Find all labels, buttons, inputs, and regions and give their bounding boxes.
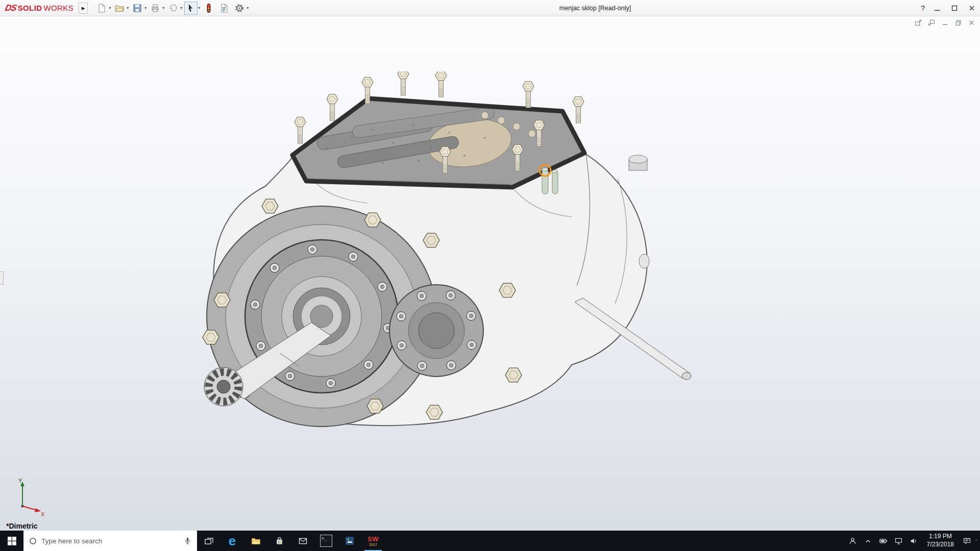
options-caret[interactable]: ▾ (247, 6, 249, 10)
people-button[interactable] (846, 531, 860, 551)
taskbar: e >_ SW 2017 (0, 531, 980, 551)
document-title: menjac sklop [Read-only] (559, 5, 631, 12)
edge-icon: e (229, 534, 236, 547)
hidden-icons-button[interactable] (862, 531, 875, 551)
task-view-button[interactable] (197, 531, 220, 551)
open-button[interactable] (113, 2, 126, 15)
new-document-caret[interactable]: ▾ (109, 6, 111, 10)
undo-button[interactable] (166, 2, 180, 15)
doc-minimize-icon (942, 19, 948, 26)
titlebar: DS SOLIDWORKS ▶ ▾ ▾ ▾ (0, 0, 980, 16)
solidworks-window: DS SOLIDWORKS ▶ ▾ ▾ ▾ (0, 0, 980, 551)
doc-close-button[interactable] (967, 18, 976, 27)
save-icon (132, 3, 142, 13)
select-arrow-icon (186, 3, 196, 13)
microphone-icon[interactable] (183, 537, 192, 545)
battery-button[interactable] (877, 531, 890, 551)
menu-expand-button[interactable]: ▶ (79, 3, 88, 14)
start-button[interactable] (0, 531, 23, 551)
minimize-icon (934, 5, 941, 12)
search-ring-icon (29, 537, 37, 545)
maximize-button[interactable] (949, 3, 960, 13)
taskbar-clock[interactable]: 1:19 PM 7/23/2018 (923, 533, 958, 548)
select-caret[interactable]: ▾ (198, 6, 200, 10)
file-properties-icon (219, 3, 229, 13)
graphics-viewport[interactable]: Y X *Dimetric (0, 16, 980, 531)
action-center-button[interactable] (960, 531, 973, 551)
open-caret[interactable]: ▾ (127, 6, 129, 10)
doc-window-icon-a (915, 19, 922, 26)
task-view-icon (204, 537, 214, 545)
undo-icon (168, 3, 178, 13)
photos-icon (345, 536, 355, 546)
print-button[interactable] (149, 2, 162, 15)
undo-caret[interactable]: ▾ (180, 6, 182, 10)
network-icon (894, 537, 903, 545)
solidworks-2017-icon: SW 2017 (368, 536, 379, 546)
people-icon (848, 537, 857, 545)
show-desktop-button[interactable] (975, 540, 978, 542)
rebuild-button[interactable] (202, 2, 215, 15)
battery-icon (879, 537, 888, 545)
file-properties-button[interactable] (217, 2, 231, 15)
file-explorer-button[interactable] (244, 531, 267, 551)
system-tray: 1:19 PM 7/23/2018 (846, 531, 980, 551)
doc-window-button-b[interactable] (927, 18, 936, 27)
print-caret[interactable]: ▾ (162, 6, 164, 10)
save-button[interactable] (131, 2, 144, 15)
close-icon (968, 5, 975, 12)
secondary-cover[interactable] (389, 285, 483, 377)
store-button[interactable] (267, 531, 291, 551)
feature-manager-collapsed-tab[interactable] (0, 271, 4, 285)
network-button[interactable] (892, 531, 905, 551)
taskbar-search[interactable] (23, 531, 197, 551)
doc-restore-button[interactable] (953, 18, 963, 27)
options-button[interactable] (233, 2, 246, 15)
file-explorer-icon (251, 536, 261, 545)
close-button[interactable] (967, 3, 977, 13)
triad-x-label: X (41, 511, 45, 517)
gearbox-model[interactable] (199, 71, 694, 429)
help-button[interactable]: ? (921, 4, 925, 12)
mail-button[interactable] (291, 531, 314, 551)
doc-minimize-button[interactable] (940, 18, 949, 27)
mail-icon (298, 537, 308, 545)
maximize-icon (951, 5, 958, 12)
logo-text-works: WORKS (43, 4, 74, 12)
options-gear-icon (234, 3, 244, 13)
hidden-icons-chevron-icon (864, 537, 872, 545)
solidworks-logo: DS SOLIDWORKS (5, 3, 74, 13)
doc-restore-icon (955, 19, 962, 26)
command-prompt-icon: >_ (320, 535, 332, 547)
ds-logo-mark: DS (4, 3, 17, 13)
logo-text-solid: SOLID (18, 4, 42, 12)
photos-button[interactable] (338, 531, 361, 551)
open-icon (114, 3, 125, 13)
minimize-button[interactable] (932, 3, 942, 13)
start-icon (8, 537, 16, 545)
triad-y-label: Y (18, 478, 22, 484)
doc-window-icon-b (928, 19, 935, 26)
edge-button[interactable]: e (220, 531, 244, 551)
store-icon (275, 536, 284, 546)
save-caret[interactable]: ▾ (144, 6, 146, 10)
new-document-icon (96, 3, 107, 13)
volume-button[interactable] (908, 531, 921, 551)
search-input[interactable] (41, 537, 179, 545)
select-button[interactable] (184, 2, 198, 15)
solidworks-taskbar-button[interactable]: SW 2017 (361, 531, 385, 551)
volume-icon (910, 537, 918, 545)
view-orientation-label: *Dimetric (6, 522, 37, 530)
reference-triad: Y X (7, 477, 48, 517)
command-prompt-button[interactable]: >_ (314, 531, 338, 551)
action-center-icon (963, 537, 971, 545)
clock-date: 7/23/2018 (927, 541, 954, 549)
document-window-controls (914, 18, 976, 27)
doc-window-button-a[interactable] (914, 18, 923, 27)
quick-access-toolbar: ▾ ▾ ▾ ▾ ▾ (95, 2, 250, 15)
print-icon (150, 3, 160, 13)
clock-time: 1:19 PM (927, 533, 954, 541)
rebuild-icon (204, 3, 214, 13)
new-document-button[interactable] (95, 2, 108, 15)
doc-close-icon (968, 19, 975, 26)
